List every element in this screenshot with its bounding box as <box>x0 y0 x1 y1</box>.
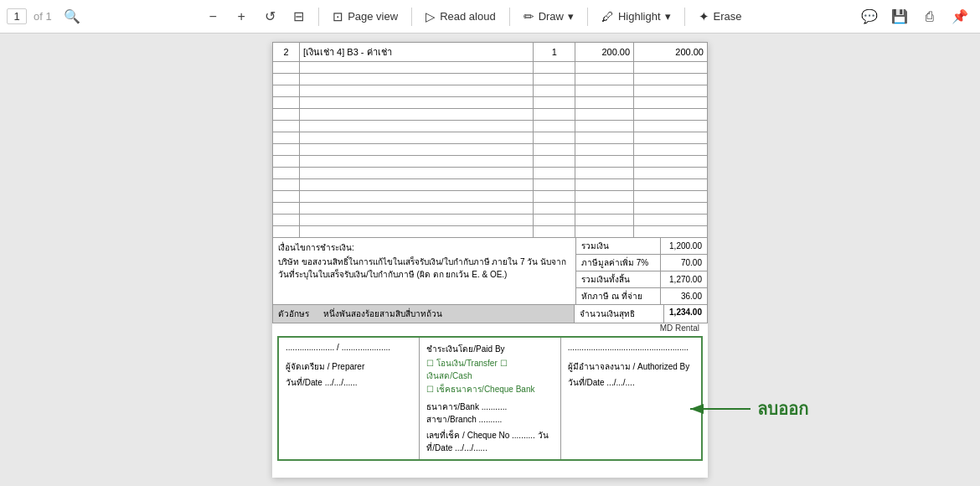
page-view-label: Page view <box>348 10 398 23</box>
preparer-line: ..................... / ................… <box>286 343 412 352</box>
md-rental: MD Rental <box>272 323 708 333</box>
page-view-icon: ⊡ <box>333 9 343 24</box>
char-value: หนึ่งพันสองร้อยสามสิบสี่บาทถ้วน <box>323 309 442 318</box>
footer-section: ..................... / ................… <box>277 336 703 461</box>
read-aloud-label: Read aloud <box>440 10 496 23</box>
row-unit-price: 200.00 <box>575 43 634 62</box>
erase-button[interactable]: ✦ Erase <box>692 7 749 27</box>
main-content: 2 [เงินเช่า 4] B3 - ค่าเช่า 1 200.00 200… <box>0 34 980 486</box>
comment-button[interactable]: 💬 <box>856 5 883 28</box>
preparer-label: ผู้จัดเตรียม / Preparer <box>286 360 412 373</box>
page-view-button[interactable]: ⊡ Page view <box>326 7 405 27</box>
arrow-icon <box>683 399 750 419</box>
save-icon: 💾 <box>891 8 908 24</box>
fit-icon: ⊟ <box>293 8 304 24</box>
summary-table: รวมเงิน 1,200.00 ภาษีมูลค่าเพิ่ม 7% 70.0… <box>575 238 708 305</box>
footer-col-left: ..................... / ................… <box>279 338 420 459</box>
vat-value: 70.00 <box>660 255 707 271</box>
date-right: วันที่/Date .../.../.... <box>568 376 694 389</box>
save-button[interactable]: 💾 <box>886 5 913 28</box>
zoom-in-button[interactable]: + <box>228 5 255 28</box>
draw-label: Draw <box>539 10 564 23</box>
table-row <box>273 132 708 144</box>
table-row <box>273 121 708 132</box>
grand-total-label: รวมเงินทั้งสิ้น <box>576 271 661 288</box>
draw-button[interactable]: ✏ Draw ▾ <box>517 7 580 27</box>
divider-2 <box>411 8 412 26</box>
authorized-label: ผู้มีอำนาจลงนาม / Authorized By <box>568 360 694 373</box>
toolbar: 1 of 1 🔍 − + ↺ ⊟ ⊡ Page view ▷ Read alou… <box>0 0 980 34</box>
table-row <box>273 156 708 168</box>
pin-icon: 📌 <box>952 8 968 24</box>
pdf-page: 2 [เงินเช่า 4] B3 - ค่าเช่า 1 200.00 200… <box>272 42 708 478</box>
row-qty: 1 <box>534 43 575 62</box>
char-amount-value: 1,234.00 <box>664 305 707 323</box>
highlight-button[interactable]: 🖊 Highlight ▾ <box>595 7 678 26</box>
summary-row-grand-total: รวมเงินทั้งสิ้น 1,270.00 <box>576 271 708 288</box>
table-row <box>273 85 708 97</box>
plus-icon: + <box>237 9 245 24</box>
draw-chevron-icon: ▾ <box>568 10 574 23</box>
table-row <box>273 74 708 85</box>
wht-label: หักภาษี ณ ที่จ่าย <box>576 288 661 305</box>
read-aloud-button[interactable]: ▷ Read aloud <box>419 7 503 27</box>
delete-annotation: ลบออก <box>683 396 808 422</box>
total-label: รวมเงิน <box>576 238 661 255</box>
footer-col-middle: ชำระเงินโดย/Paid By ☐ โอนเงิน/Transfer ☐… <box>420 338 560 459</box>
row-description: [เงินเช่า 4] B3 - ค่าเช่า <box>299 43 533 62</box>
table-row <box>273 215 708 226</box>
highlight-icon: 🖊 <box>601 9 614 23</box>
footer-col-right: ........................................… <box>561 338 701 459</box>
payment-note-header: เงื่อนไขการชำระเงิน: <box>278 241 570 254</box>
vat-label: ภาษีมูลค่าเพิ่ม 7% <box>576 255 661 271</box>
cheque-option: ☐ เช็คธนาคาร/Cheque Bank <box>426 383 553 396</box>
read-aloud-icon: ▷ <box>426 9 436 24</box>
payment-note: เงื่อนไขการชำระเงิน: บริษัท ขอสงวนสิทธิ์… <box>272 238 575 305</box>
search-icon: 🔍 <box>64 8 80 24</box>
row-number: 2 <box>273 43 300 62</box>
rotate-button[interactable]: ↺ <box>256 5 283 28</box>
divider-1 <box>318 8 319 26</box>
divider-5 <box>684 8 685 26</box>
cheque-no-label: เลขที่เช็ค / Cheque No .......... วันที่… <box>426 429 553 454</box>
char-right: จำนวนเงินสุทธิ 1,234.00 <box>575 305 707 323</box>
table-row <box>273 191 708 203</box>
page-number-input[interactable]: 1 <box>7 8 27 24</box>
note-summary-section: เงื่อนไขการชำระเงิน: บริษัท ขอสงวนสิทธิ์… <box>272 238 708 305</box>
table-row <box>273 203 708 215</box>
pdf-viewer: 2 [เงินเช่า 4] B3 - ค่าเช่า 1 200.00 200… <box>0 34 980 486</box>
payment-note-body: บริษัท ขอสงวนสิทธิ์ในการแก้ไขในเสร็จรับเ… <box>278 256 570 281</box>
minus-icon: − <box>209 9 216 24</box>
divider-4 <box>587 8 588 26</box>
char-left: ตัวอักษร หนึ่งพันสองร้อยสามสิบสี่บาทถ้วน <box>273 305 575 323</box>
table-row <box>273 97 708 109</box>
share-icon: ⎙ <box>926 9 934 24</box>
toolbar-left: 1 of 1 🔍 <box>7 5 85 28</box>
search-button[interactable]: 🔍 <box>59 5 85 28</box>
date-left: วันที่/Date .../.../...... <box>286 376 412 389</box>
table-row <box>273 62 708 74</box>
wht-value: 36.00 <box>660 288 707 305</box>
erase-icon: ✦ <box>699 9 709 24</box>
table-row <box>273 226 708 238</box>
total-value: 1,200.00 <box>660 238 707 255</box>
fit-button[interactable]: ⊟ <box>285 5 312 28</box>
summary-row-wht: หักภาษี ณ ที่จ่าย 36.00 <box>576 288 708 305</box>
toolbar-center: − + ↺ ⊟ ⊡ Page view ▷ Read aloud ✏ Draw … <box>95 5 853 28</box>
transfer-option: ☐ โอนเงิน/Transfer ☐ เงินสด/Cash <box>426 357 553 382</box>
share-button[interactable]: ⎙ <box>916 5 943 28</box>
invoice-table: 2 [เงินเช่า 4] B3 - ค่าเช่า 1 200.00 200… <box>272 42 708 238</box>
toolbar-right: 💬 💾 ⎙ 📌 <box>856 5 973 28</box>
char-label: ตัวอักษร <box>278 309 309 318</box>
pin-button[interactable]: 📌 <box>946 5 973 28</box>
erase-label: Erase <box>714 10 742 23</box>
authorized-line: ........................................… <box>568 343 694 352</box>
summary-row-vat: ภาษีมูลค่าเพิ่ม 7% 70.00 <box>576 255 708 271</box>
zoom-out-button[interactable]: − <box>199 5 226 28</box>
summary-row-total: รวมเงิน 1,200.00 <box>576 238 708 255</box>
draw-icon: ✏ <box>524 9 534 24</box>
delete-text: ลบออก <box>757 396 808 422</box>
row-total: 200.00 <box>634 43 708 62</box>
grand-total-value: 1,270.00 <box>660 271 707 288</box>
total-pages: of 1 <box>34 10 52 23</box>
